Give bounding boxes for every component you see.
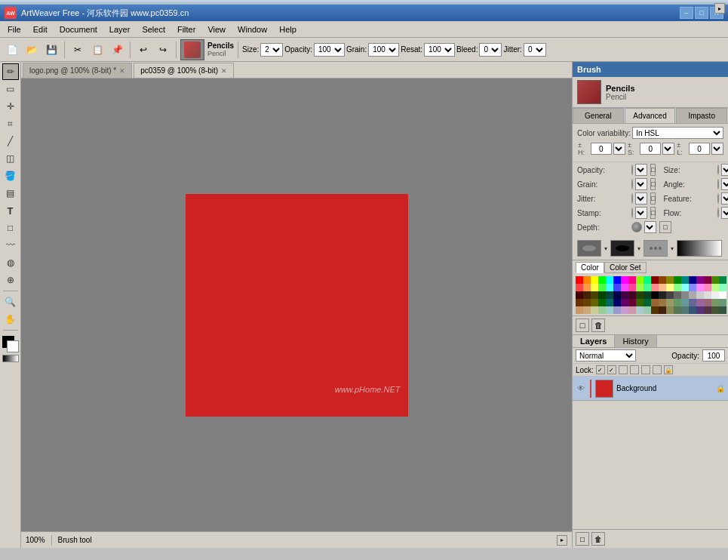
- color-cell[interactable]: [628, 276, 636, 284]
- color-cell[interactable]: [674, 306, 681, 314]
- background-color[interactable]: [7, 340, 19, 352]
- color-cell[interactable]: [591, 284, 598, 291]
- color-cell[interactable]: [621, 299, 628, 306]
- color-cell[interactable]: [711, 291, 719, 299]
- color-cell[interactable]: [583, 284, 591, 291]
- color-cell[interactable]: [606, 299, 613, 306]
- color-cell[interactable]: [704, 306, 711, 314]
- brush-prev-1[interactable]: [577, 240, 601, 257]
- color-cell[interactable]: [606, 276, 613, 284]
- color-cell[interactable]: [598, 306, 606, 314]
- color-cell[interactable]: [689, 306, 696, 314]
- color-cell[interactable]: [613, 306, 621, 314]
- menu-document[interactable]: Document: [54, 21, 103, 37]
- tool-hand[interactable]: ✋: [2, 311, 19, 328]
- maximize-button[interactable]: □: [695, 7, 708, 19]
- layer-eye-btn[interactable]: 👁: [576, 383, 586, 394]
- color-cell[interactable]: [659, 276, 666, 284]
- color-cell[interactable]: [636, 276, 644, 284]
- tool-move[interactable]: ✛: [2, 98, 19, 115]
- color-cell[interactable]: [711, 306, 719, 314]
- color-cell[interactable]: [644, 306, 651, 314]
- tool-zoom[interactable]: 🔍: [2, 294, 19, 310]
- color-cell[interactable]: [576, 291, 583, 299]
- color-cell[interactable]: [576, 306, 583, 314]
- grain-check-btn[interactable]: □: [650, 178, 656, 190]
- resat-select[interactable]: 100: [424, 43, 455, 57]
- tab-logo-close[interactable]: ✕: [119, 67, 125, 75]
- gradient-swatch[interactable]: [2, 355, 19, 362]
- color-cell[interactable]: [644, 291, 651, 299]
- tab-general[interactable]: General: [573, 108, 624, 123]
- tool-text[interactable]: T: [2, 202, 19, 219]
- color-cell[interactable]: [621, 291, 628, 299]
- menu-edit[interactable]: Edit: [27, 21, 54, 37]
- delete-layer-btn[interactable]: 🗑: [591, 532, 605, 546]
- color-cell[interactable]: [576, 284, 583, 291]
- layers-tab-history[interactable]: History: [615, 335, 656, 347]
- color-cell[interactable]: [636, 284, 644, 291]
- color-cell[interactable]: [583, 276, 591, 284]
- color-cell[interactable]: [576, 299, 583, 306]
- color-cell[interactable]: [719, 276, 726, 284]
- menu-file[interactable]: File: [2, 21, 27, 37]
- depth-prop-select[interactable]: [644, 221, 656, 233]
- color-cell[interactable]: [719, 291, 726, 299]
- color-cell[interactable]: [591, 299, 598, 306]
- color-cell[interactable]: [711, 276, 719, 284]
- opacity-prop-select[interactable]: [635, 164, 647, 176]
- menu-view[interactable]: View: [201, 21, 232, 37]
- color-cell[interactable]: [666, 284, 674, 291]
- color-cell[interactable]: [651, 276, 659, 284]
- tool-bucket[interactable]: 🪣: [2, 168, 19, 184]
- color-cell[interactable]: [613, 276, 621, 284]
- color-cell[interactable]: [651, 306, 659, 314]
- color-cell[interactable]: [621, 284, 628, 291]
- opacity-check-btn[interactable]: □: [650, 164, 656, 176]
- stamp-prop-select[interactable]: [635, 207, 647, 219]
- color-cell[interactable]: [666, 299, 674, 306]
- tab-impasto[interactable]: Impasto: [676, 108, 727, 123]
- delete-color-btn[interactable]: 🗑: [591, 318, 605, 332]
- menu-select[interactable]: Select: [136, 21, 171, 37]
- brush-prev-3[interactable]: [644, 240, 668, 257]
- s-select[interactable]: [662, 143, 674, 155]
- color-cell[interactable]: [606, 306, 613, 314]
- tool-crop[interactable]: ⌗: [2, 115, 19, 132]
- status-expand-btn[interactable]: ▸: [557, 535, 567, 546]
- color-cell[interactable]: [681, 284, 689, 291]
- color-cell[interactable]: [659, 299, 666, 306]
- menu-filter[interactable]: Filter: [171, 21, 201, 37]
- s-input[interactable]: [640, 143, 661, 155]
- tool-eraser[interactable]: ◫: [2, 150, 19, 167]
- color-cell[interactable]: [628, 299, 636, 306]
- color-cell[interactable]: [696, 306, 704, 314]
- h-select[interactable]: [613, 143, 625, 155]
- color-cell[interactable]: [719, 299, 726, 306]
- color-cell[interactable]: [674, 276, 681, 284]
- size-prop-select[interactable]: [721, 164, 728, 176]
- color-cell[interactable]: [644, 284, 651, 291]
- color-cell[interactable]: [666, 276, 674, 284]
- tool-clone[interactable]: ⊕: [2, 272, 19, 288]
- menu-window[interactable]: Window: [232, 21, 273, 37]
- color-cell[interactable]: [689, 276, 696, 284]
- lock-check-2[interactable]: ✓: [607, 365, 616, 374]
- layer-mode-select[interactable]: Normal: [576, 349, 636, 362]
- color-cell[interactable]: [636, 291, 644, 299]
- color-cell[interactable]: [606, 284, 613, 291]
- color-cell[interactable]: [613, 291, 621, 299]
- tool-blur[interactable]: ◍: [2, 254, 19, 271]
- lock-check-7[interactable]: 🔒: [664, 365, 673, 374]
- color-cell[interactable]: [583, 306, 591, 314]
- color-cell[interactable]: [711, 284, 719, 291]
- grain-prop-select[interactable]: [635, 178, 647, 190]
- color-cell[interactable]: [674, 291, 681, 299]
- tool-brush[interactable]: ✏: [2, 63, 19, 80]
- color-cell[interactable]: [704, 276, 711, 284]
- color-cell[interactable]: [674, 284, 681, 291]
- color-var-select[interactable]: In HSL: [632, 127, 723, 139]
- color-cell[interactable]: [689, 291, 696, 299]
- color-cell[interactable]: [598, 284, 606, 291]
- color-cell[interactable]: [636, 299, 644, 306]
